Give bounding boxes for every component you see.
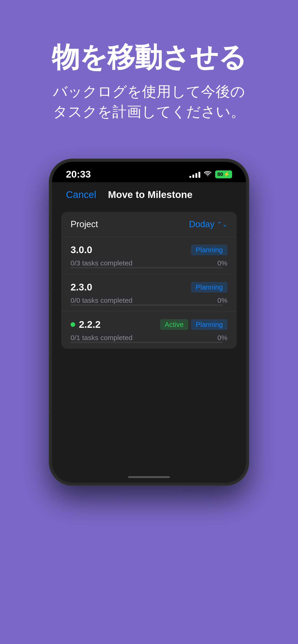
cancel-button[interactable]: Cancel [66, 189, 96, 200]
wifi-icon [204, 170, 211, 178]
tasks-completed: 0/3 tasks completed [71, 259, 133, 267]
signal-icon [189, 171, 200, 178]
phone-bottom [52, 356, 246, 472]
milestone-item[interactable]: 2.3.0 Planning 0/0 tasks completed 0% [61, 274, 237, 312]
milestone-header: 2.3.0 Planning [71, 282, 227, 293]
planning-badge: Planning [191, 244, 227, 255]
nav-title: Move to Milestone [108, 189, 192, 200]
progress-bar [71, 342, 223, 343]
progress-bar [71, 304, 223, 306]
milestone-name: 2.3.0 [71, 282, 92, 293]
hero-title: 物を移動させる [52, 42, 246, 72]
milestone-name: 3.0.0 [71, 244, 92, 256]
chevron-updown-icon: ⌃⌄ [217, 220, 227, 228]
milestone-item[interactable]: 3.0.0 Planning 0/3 tasks completed 0% [61, 237, 237, 274]
milestone-header: 2.2.2 Active Planning [71, 319, 227, 330]
percent-label: 0% [217, 334, 227, 342]
status-icons: 80 ⚡ [189, 170, 232, 178]
badges-group: Planning [191, 244, 227, 255]
project-row[interactable]: Project Doday ⌃⌄ [61, 212, 237, 237]
planning-badge: Planning [191, 319, 227, 330]
percent-label: 0% [217, 296, 227, 304]
phone-frame: 20:33 80 ⚡ [49, 159, 249, 486]
tasks-completed: 0/1 tasks completed [71, 334, 133, 342]
phone-wrapper: 20:33 80 ⚡ [49, 159, 249, 486]
navigation-bar: Cancel Move to Milestone [52, 182, 246, 205]
hero-section: 物を移動させる バックログを使用して今後のタスクを計画してください。 [0, 0, 298, 140]
tasks-completed: 0/0 tasks completed [71, 296, 133, 304]
project-value[interactable]: Doday ⌃⌄ [189, 219, 227, 229]
progress-bar [71, 267, 223, 268]
milestone-header: 3.0.0 Planning [71, 244, 227, 256]
planning-badge: Planning [191, 282, 227, 292]
badges-group: Active Planning [160, 319, 227, 330]
milestone-name: 2.2.2 [71, 319, 101, 330]
status-bar: 20:33 80 ⚡ [52, 162, 246, 182]
project-name: Doday [189, 219, 214, 229]
status-time: 20:33 [66, 169, 91, 180]
progress-row: 0/3 tasks completed 0% [71, 259, 227, 267]
milestone-item-active[interactable]: 2.2.2 Active Planning 0/1 tasks complete… [61, 312, 237, 349]
progress-row: 0/1 tasks completed 0% [71, 334, 227, 342]
milestone-card: Project Doday ⌃⌄ 3.0.0 Planning [61, 212, 237, 349]
percent-label: 0% [217, 259, 227, 267]
active-indicator-dot [71, 322, 75, 327]
active-badge: Active [160, 319, 188, 330]
home-indicator [52, 472, 246, 483]
battery-icon: 80 ⚡ [215, 170, 232, 178]
content-area: Project Doday ⌃⌄ 3.0.0 Planning [52, 205, 246, 356]
project-label: Project [71, 219, 98, 229]
badges-group: Planning [191, 282, 227, 292]
hero-subtitle: バックログを使用して今後のタスクを計画してください。 [53, 82, 245, 122]
progress-row: 0/0 tasks completed 0% [71, 296, 227, 304]
home-indicator-bar [128, 476, 170, 478]
